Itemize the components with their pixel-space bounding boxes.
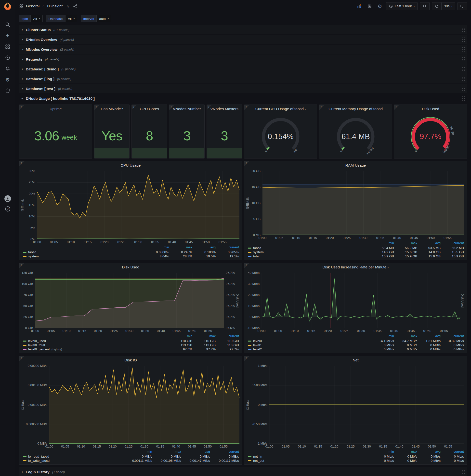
plot-area[interactable]: [262, 273, 460, 328]
panel-info-icon[interactable]: i: [19, 161, 25, 167]
star-icon[interactable]: ☆: [66, 4, 70, 9]
legend-col-min[interactable]: min: [371, 450, 394, 454]
panel-current-cpu-usage-gauge[interactable]: i Current CPU Usage of taosd▾ 01000.154%: [244, 104, 317, 158]
panel-title[interactable]: Current Memory Usage of taosd: [328, 107, 383, 111]
drag-handle-icon[interactable]: [462, 47, 465, 52]
panel-info-icon[interactable]: i: [244, 161, 250, 167]
legend-col-max[interactable]: max: [394, 334, 417, 339]
legend-col-current[interactable]: current: [441, 450, 464, 454]
row-mnodes-overview[interactable]: ›MNodes Overview(2 panels): [19, 45, 467, 54]
panel-info-icon[interactable]: i: [244, 356, 250, 361]
chart-canvas-io[interactable]: [49, 366, 239, 444]
variable-database-value-dropdown[interactable]: All▾: [65, 15, 78, 22]
legend-col-current[interactable]: current: [216, 245, 239, 250]
chart-canvas-cpu[interactable]: [37, 171, 239, 239]
legend-series-level1[interactable]: level1: [248, 343, 371, 347]
legend-col-avg[interactable]: avg: [417, 334, 441, 339]
row-cluster-status[interactable]: ›Cluster Status(21 panels): [19, 25, 467, 34]
explore-compass-icon[interactable]: [5, 55, 11, 61]
dashboards-icon[interactable]: [5, 44, 11, 50]
chart-canvas-rate[interactable]: [262, 273, 460, 328]
legend-col-current[interactable]: current: [216, 334, 239, 339]
row-title[interactable]: MNodes Overview: [26, 47, 57, 51]
panel-title[interactable]: RAM Usage: [345, 163, 366, 168]
help-icon[interactable]: ?: [5, 206, 10, 211]
panel-title[interactable]: CPU Usage: [121, 163, 141, 168]
legend-col-avg[interactable]: avg: [181, 450, 210, 454]
row-title[interactable]: Database: [ test ]: [26, 87, 55, 91]
legend-col-current[interactable]: current: [210, 450, 239, 454]
panel-info-icon[interactable]: i: [244, 263, 250, 268]
panel-title[interactable]: VNodes Number: [173, 107, 201, 111]
legend-col-avg[interactable]: avg: [417, 450, 441, 454]
panel-vnodes-number[interactable]: i VNodes Number 3: [169, 104, 205, 158]
legend-series-total[interactable]: total: [248, 255, 371, 258]
panel-vnodes-masters[interactable]: i VNodes Masters 3: [206, 104, 242, 158]
legend-series-level0_used[interactable]: level0_used: [23, 339, 169, 343]
server-admin-shield-icon[interactable]: [5, 88, 11, 94]
row-database-demo[interactable]: ›Database: [ demo ](5 panels): [19, 64, 467, 74]
plot-area[interactable]: [49, 366, 239, 444]
row-title[interactable]: Login History: [26, 470, 50, 474]
panel-info-icon[interactable]: i: [394, 105, 400, 110]
row-dnodes-overview[interactable]: ›DNodes Overview(4 panels): [19, 35, 467, 44]
drag-handle-icon[interactable]: [462, 469, 465, 474]
row-database-log[interactable]: ›Database: [ log ](5 panels): [19, 74, 467, 84]
legend-col-max[interactable]: max: [394, 450, 417, 454]
drag-handle-icon[interactable]: [462, 76, 465, 81]
row-requests[interactable]: ›Requests(4 panels): [19, 54, 467, 64]
create-plus-icon[interactable]: +: [5, 33, 11, 38]
panel-title[interactable]: Disk Used: [122, 265, 139, 269]
panel-title[interactable]: Net: [353, 358, 358, 362]
legend-series-io_read_taosd[interactable]: io_read_taosd: [23, 455, 123, 458]
legend-col-min[interactable]: min: [169, 334, 192, 339]
legend-series-level0[interactable]: level0: [248, 339, 371, 343]
drag-handle-icon[interactable]: [462, 96, 465, 101]
row-dnode-usage[interactable]: ›DNode Usage [ huolinhe-TM1701:6030 ]: [19, 94, 467, 103]
legend-col-max[interactable]: max: [152, 450, 181, 454]
chart-canvas-disk[interactable]: [35, 273, 224, 328]
panel-cpu-usage-chart[interactable]: i CPU Usage 使用占比 30%25%20%15%10%5%0% 01:…: [19, 161, 242, 260]
panel-info-icon[interactable]: i: [19, 263, 25, 268]
row-title[interactable]: Database: [ demo ]: [26, 67, 59, 71]
configuration-gear-icon[interactable]: ⚙: [5, 77, 11, 83]
legend-col-avg[interactable]: avg: [192, 245, 216, 250]
panel-has-mnode[interactable]: i Has MNode? Yes: [94, 104, 130, 158]
panel-title[interactable]: Current CPU Usage of taosd: [255, 107, 304, 111]
legend-series-system[interactable]: system: [23, 255, 146, 258]
plot-area[interactable]: [35, 273, 224, 328]
refresh-interval-dropdown[interactable]: 30s▾: [441, 2, 455, 10]
save-dashboard-icon[interactable]: [366, 2, 373, 10]
panel-title[interactable]: Has MNode?: [101, 107, 123, 111]
row-title[interactable]: Database: [ log ]: [26, 77, 54, 81]
row-title[interactable]: Requests: [26, 57, 42, 61]
drag-handle-icon[interactable]: [462, 86, 465, 91]
panel-title[interactable]: Disk Used: [422, 107, 439, 111]
legend-col-max[interactable]: max: [394, 241, 417, 246]
legend-col-min[interactable]: min: [371, 241, 394, 246]
panel-current-memory-usage-gauge[interactable]: i Current Memory Usage of taosd 01589661…: [319, 104, 392, 158]
row-title[interactable]: DNode Usage [ huolinhe-TM1701:6030 ]: [26, 96, 95, 101]
chart-canvas-net[interactable]: [269, 366, 464, 444]
plot-area[interactable]: [37, 171, 239, 239]
share-icon[interactable]: [72, 2, 78, 10]
drag-handle-icon[interactable]: [462, 57, 465, 62]
variable-database-label[interactable]: Database: [46, 15, 65, 22]
panel-disk-rate-chart[interactable]: i Disk Used Increasing Rate per Minute▾ …: [244, 263, 467, 353]
panel-disk-used-gauge[interactable]: i Disk Used 075809510097.7%: [394, 104, 467, 158]
legend-col-min[interactable]: min: [371, 334, 394, 339]
panel-info-icon[interactable]: i: [320, 105, 325, 110]
drag-handle-icon[interactable]: [462, 27, 465, 32]
refresh-button[interactable]: [432, 2, 441, 10]
panel-net-chart[interactable]: i Net IO Rate 1 Mb/s0.500 Mb/s0 Mb/s-0.5…: [244, 356, 467, 465]
legend-col-min[interactable]: min: [146, 245, 169, 250]
panel-info-icon[interactable]: i: [244, 105, 250, 110]
legend-col-current[interactable]: current: [441, 241, 464, 246]
legend-series-system[interactable]: system: [248, 250, 371, 254]
panel-ram-usage-chart[interactable]: i RAM Usage 使用占比 20 GB15 GB10 GB5 GB0 MB…: [244, 161, 467, 260]
legend-series-io_write_taosd[interactable]: io_write_taosd: [23, 459, 123, 462]
add-panel-icon[interactable]: [355, 2, 363, 10]
dashboard-settings-gear-icon[interactable]: ⚙: [376, 2, 384, 10]
legend-series-taosd[interactable]: taosd: [23, 250, 146, 254]
legend-series-net_out[interactable]: net_out: [248, 459, 371, 462]
